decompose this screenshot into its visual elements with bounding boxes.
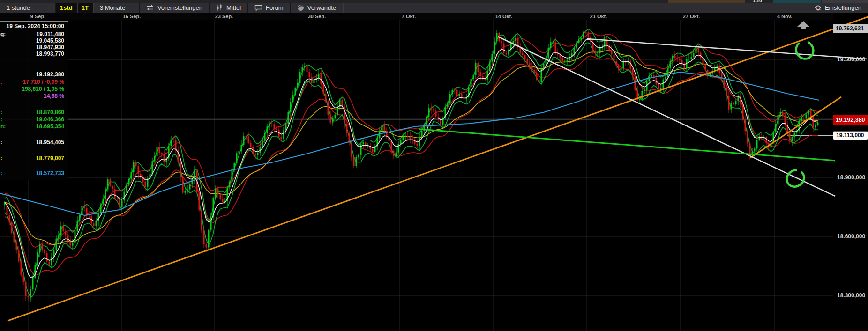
einstellungen-label: Einstellungen <box>825 4 861 11</box>
candlestick-icon <box>216 4 223 11</box>
range-3-monate-button[interactable]: 3 Monate <box>93 3 140 13</box>
toolbar-spacer <box>343 3 808 13</box>
info-row: 198,610 / 1,05 % <box>0 86 68 92</box>
price-axis[interactable]: 19.500,00019.200,00018.900,00018.600,000… <box>833 13 868 331</box>
interval-button[interactable]: 1 stunde <box>0 3 56 13</box>
date-label: 23 Sep. <box>215 14 233 19</box>
time-axis[interactable]: 9 Sep.16 Sep.23 Sep.30 Sep.7 Okt.14 Okt.… <box>0 13 868 20</box>
sliders-icon <box>146 5 154 11</box>
voreinstellungen-label: Voreinstellungen <box>157 4 202 11</box>
info-row: :18.779,007 <box>0 155 68 162</box>
info-row: 19 Sep. 2024 15:00:00 <box>0 23 68 29</box>
range-label: 3 Monate <box>100 4 125 11</box>
last-price-label: 19.192,380 <box>836 117 865 123</box>
alert-price-label: 19.113,000 <box>836 132 864 139</box>
verwandte-button[interactable]: Verwandte <box>291 3 343 13</box>
mittel-button[interactable]: Mittel <box>210 3 248 13</box>
date-label: 16 Sep. <box>123 14 141 19</box>
speech-bubble-icon <box>254 5 262 11</box>
gear-icon <box>815 4 822 11</box>
einstellungen-button[interactable]: Einstellungen <box>808 3 868 13</box>
info-row: g:19.011,480 <box>0 31 68 37</box>
price-tick-label: 18.300,000 <box>837 292 865 299</box>
info-row: 18.947,930 <box>0 44 68 51</box>
tf-1t-label: 1T <box>82 4 89 11</box>
forum-button[interactable]: Forum <box>248 3 291 13</box>
date-label: 27 Okt. <box>683 14 700 19</box>
tf-1std-label: 1std <box>60 4 73 11</box>
interval-label: 1 stunde <box>7 4 30 11</box>
info-row: 19.045,580 <box>0 38 68 44</box>
info-row: :18.870,860 <box>0 110 68 116</box>
date-label: 21 Okt. <box>590 14 607 19</box>
date-label: 14 Okt. <box>495 14 513 19</box>
date-label: 9 Sep. <box>30 14 45 19</box>
timeframe-1std-button[interactable]: 1std <box>56 3 77 13</box>
forum-label: Forum <box>266 4 284 11</box>
info-row: :-17,710 / -0,09 % <box>0 79 68 85</box>
info-row: n:18.695,354 <box>0 124 68 130</box>
date-label: 30 Sep. <box>308 14 326 19</box>
last-price-box: 19.192,380 <box>833 115 868 125</box>
info-row: 19.192,380 <box>0 72 68 78</box>
scroll-to-latest-icon[interactable] <box>797 21 809 29</box>
info-row: 18.993,770 <box>0 51 68 57</box>
price-tick-label: 19.500,000 <box>837 56 865 63</box>
trendline-value-label: 19.762,621 <box>836 25 864 32</box>
verwandte-label: Verwandte <box>307 4 336 11</box>
info-row: :18.572,733 <box>0 170 68 177</box>
info-row: :18.954,405 <box>0 140 68 146</box>
timeframe-1t-button[interactable]: 1T <box>77 3 93 13</box>
candlestick-chart[interactable] <box>0 0 868 331</box>
trading-app-window: 1,20 1 stunde 1std 1T 3 Monate Voreinste… <box>0 0 868 331</box>
mittel-label: Mittel <box>226 4 241 11</box>
alert-price-box[interactable]: 19.113,000 <box>833 131 868 140</box>
info-row: :19.046,366 <box>0 117 68 123</box>
date-label: 4 Nov. <box>777 14 792 19</box>
price-tick-label: 18.900,000 <box>837 174 865 181</box>
main-toolbar: 1 stunde 1std 1T 3 Monate Voreinstellung… <box>0 3 868 13</box>
price-tick-label: 18.600,000 <box>837 233 865 240</box>
quote-info-panel: 19 Sep. 2024 15:00:00g:19.011,48019.045,… <box>0 21 68 180</box>
info-row: 14,68 % <box>0 93 68 99</box>
related-icon <box>297 4 304 11</box>
date-label: 7 Okt. <box>402 14 416 19</box>
trendline-value-box: 19.762,621 <box>833 24 868 33</box>
voreinstellungen-button[interactable]: Voreinstellungen <box>140 3 210 13</box>
